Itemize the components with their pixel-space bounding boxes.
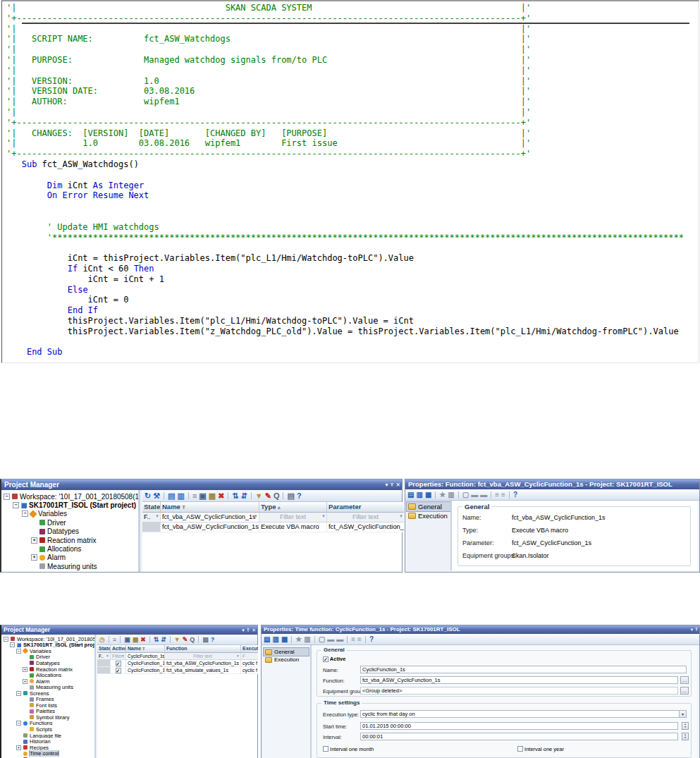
- tree-item-time-control[interactable]: Time control: [1, 750, 94, 757]
- view-properties-icon[interactable]: ▤: [264, 635, 270, 643]
- properties-icon[interactable]: ▤: [287, 491, 294, 501]
- chevron-down-icon[interactable]: ▾: [242, 625, 245, 635]
- name-input[interactable]: CyclicFunction_1s: [360, 666, 687, 673]
- active-checkbox[interactable]: ✓: [116, 668, 121, 673]
- column-header-name[interactable]: Name Ŧ: [126, 645, 165, 653]
- splitter[interactable]: [310, 645, 312, 758]
- tree-item-language-file[interactable]: Language file: [1, 733, 94, 739]
- field-icon[interactable]: ▬: [327, 635, 334, 643]
- page-icon[interactable]: ▢: [462, 491, 469, 499]
- tree-item-driver[interactable]: Driver: [1, 654, 94, 661]
- pin-icon[interactable]: Ŧ: [390, 479, 393, 490]
- funnel-icon[interactable]: ▼: [106, 654, 109, 658]
- clock-icon[interactable]: ◷: [99, 636, 105, 643]
- expand-icon[interactable]: +: [23, 679, 27, 684]
- search-icon[interactable]: Q: [274, 491, 280, 500]
- chevron-down-icon[interactable]: ▾: [691, 625, 693, 634]
- execution-type-select[interactable]: cyclic from that day on ▾: [360, 710, 687, 718]
- nav-item-execution[interactable]: Execution: [407, 511, 450, 520]
- cell-state[interactable]: [97, 667, 111, 674]
- tree-item-measuring-units[interactable]: Measuring units: [1, 562, 138, 570]
- table-edit-icon[interactable]: ▥: [178, 491, 185, 501]
- active-checkbox[interactable]: ✓: [323, 656, 328, 662]
- refresh-icon[interactable]: ↻: [145, 491, 151, 501]
- help-icon[interactable]: ?: [297, 491, 302, 500]
- tree-item-allocations[interactable]: Allocations: [1, 544, 138, 553]
- tree-item-measuring-units[interactable]: Measuring units: [1, 684, 94, 690]
- chevron-down-icon[interactable]: ▾: [385, 479, 388, 490]
- tree-item-alarm[interactable]: +Alarm: [1, 678, 94, 685]
- funnel-icon[interactable]: ▼: [121, 654, 125, 658]
- column-header-state[interactable]: State: [97, 645, 111, 653]
- collapse-icon[interactable]: −: [13, 502, 19, 508]
- project-manager-titlebar[interactable]: Project Manager ▾ Ŧ ✕: [1, 479, 402, 490]
- spinner[interactable]: ▴▾: [682, 733, 689, 740]
- collapse-icon[interactable]: −: [4, 637, 8, 642]
- view-properties-icon[interactable]: ▤: [407, 491, 414, 499]
- cell-name[interactable]: fct_vba_ASW_CyclicFunction_1s: [161, 522, 259, 532]
- filter-name[interactable]: fct_vba_ASW_CyclicFunction_1s▼: [161, 513, 259, 522]
- tree-item-frames[interactable]: Frames: [1, 696, 94, 702]
- funnel-icon[interactable]: ▼: [321, 514, 326, 518]
- cell-state[interactable]: [97, 660, 111, 667]
- equipment-groups-input[interactable]: <Group deleted>: [360, 687, 678, 695]
- column-header-function[interactable]: Function: [165, 645, 241, 653]
- tree-item-reaction-matrix[interactable]: +Reaction matrix: [1, 666, 94, 673]
- properties-titlebar[interactable]: Properties: Function: fct_vba_ASW_Cyclic…: [405, 479, 699, 489]
- field2-icon[interactable]: ▬: [480, 491, 487, 499]
- project-manager-titlebar[interactable]: Project Manager ▾ Ŧ ✕: [1, 625, 257, 635]
- cell-active[interactable]: ✓: [111, 667, 126, 674]
- field-value[interactable]: Execute VBA macro: [512, 527, 568, 534]
- spinner[interactable]: ▴▾: [682, 722, 689, 730]
- function-input[interactable]: fct_vba_ASW_CyclicFunction_1s: [360, 676, 678, 684]
- table-row[interactable]: ✓ CyclicFunction_1s.. fct_vba_simulate_v…: [97, 667, 257, 674]
- filter-remove-icon[interactable]: ▼: [174, 636, 180, 643]
- delete-icon[interactable]: ✖: [140, 636, 146, 643]
- cell-state[interactable]: [142, 522, 161, 532]
- delete-icon[interactable]: ✖: [218, 491, 224, 501]
- properties-icon[interactable]: ▤: [202, 636, 209, 643]
- interval-month-checkbox[interactable]: [323, 746, 328, 752]
- cell-active[interactable]: ✓: [111, 660, 126, 667]
- filter-remove-icon[interactable]: ▼: [255, 491, 263, 500]
- tree-item-screens[interactable]: −Screens: [1, 690, 94, 697]
- copy-icon[interactable]: ▣: [124, 636, 130, 643]
- chevron-down-icon[interactable]: ▾: [679, 711, 686, 717]
- sort-123-icon[interactable]: ⇅: [154, 636, 159, 643]
- compare-icon[interactable]: ▥: [448, 491, 454, 499]
- nav-item-execution[interactable]: Execution: [264, 656, 309, 664]
- column-header-parameter[interactable]: Parameter: [327, 502, 404, 513]
- expand-icon[interactable]: +: [31, 537, 37, 544]
- tree-item-datatypes[interactable]: Datatypes: [1, 527, 138, 536]
- paste-icon[interactable]: ▦: [209, 491, 216, 501]
- sort-123-icon[interactable]: ⇅: [232, 491, 238, 501]
- expand-icon[interactable]: +: [23, 667, 27, 672]
- filter-type[interactable]: Filter text▼: [259, 513, 327, 522]
- collapse-icon[interactable]: −: [16, 649, 21, 654]
- close-icon[interactable]: ✕: [395, 479, 400, 490]
- interval-year-checkbox[interactable]: [517, 746, 523, 752]
- collapse-icon[interactable]: −: [16, 721, 21, 726]
- nav-item-general[interactable]: General: [264, 648, 309, 656]
- cell-function[interactable]: fct_vba_simulate_values_1s: [165, 667, 241, 674]
- start-time-input[interactable]: 01.01.2015 00:00:00: [360, 722, 678, 730]
- cell-parameter[interactable]: fct_ASW_CyclicFunction_1s: [327, 522, 404, 532]
- export-icon[interactable]: ≡: [113, 636, 116, 643]
- field-icon[interactable]: ▬: [471, 491, 478, 499]
- export-icon[interactable]: ≡: [192, 491, 197, 500]
- cell-function[interactable]: fct_vba_ASW_CyclicFunction_1s: [165, 660, 241, 667]
- wrench-icon[interactable]: ⚒: [153, 491, 160, 501]
- favorites-icon[interactable]: ★: [295, 635, 302, 643]
- tree-item-variables[interactable]: −Variables: [1, 648, 94, 654]
- tree-item-workspace-10i-17-001-20180508-1[interactable]: −Workspace: '10I_17_001_20180508(1): [1, 636, 94, 642]
- pin-icon[interactable]: Ŧ: [695, 625, 698, 634]
- field-value[interactable]: fct_ASW_CyclicFunction_1s: [512, 539, 591, 546]
- interval-input[interactable]: 00:00:01: [360, 733, 678, 740]
- tree-item-alarm[interactable]: +Alarm: [1, 554, 138, 562]
- column-header-execution[interactable]: Executi: [241, 645, 258, 653]
- favorites-icon[interactable]: ★: [439, 491, 446, 499]
- view-page-icon[interactable]: ▥: [416, 491, 422, 499]
- edit-pencil-icon[interactable]: ✎: [265, 491, 271, 501]
- funnel-icon[interactable]: ▼: [236, 654, 240, 658]
- tree-item-functions[interactable]: −Functions: [1, 721, 94, 727]
